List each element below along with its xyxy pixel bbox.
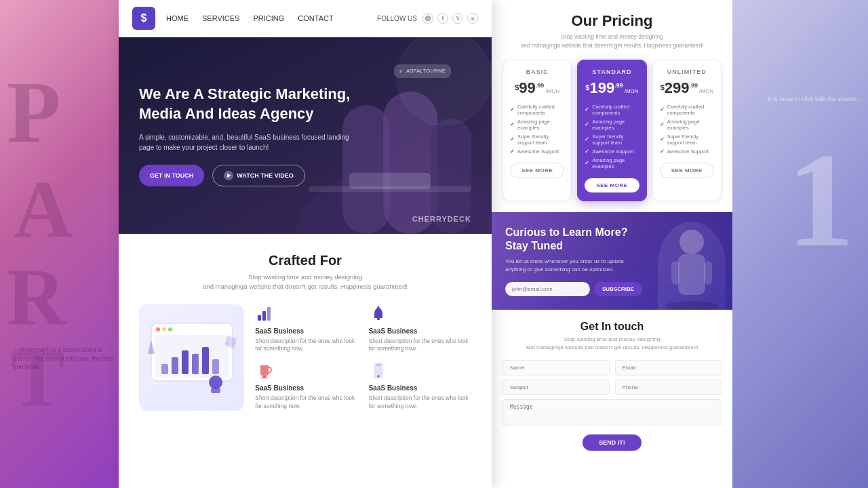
basic-feature-1: Carefully crafted components [510,102,564,117]
standard-price-amount: 199 [589,81,614,96]
crafted-section: Crafted For Stop wasting time and money … [119,234,492,424]
unlimited-features: Carefully crafted components Amazing pag… [660,102,714,156]
feature-item-2: SaaS Business Short description for the … [366,304,471,354]
banner-subtitle: You let us know whenever you order us to… [505,258,641,274]
letter-r: R [7,251,66,344]
feature-desc-1: Short description for the ones who look … [255,338,355,354]
svg-rect-23 [182,350,189,374]
hero-content: We Are A Strategic Marketing, Media And … [139,85,356,186]
svg-point-36 [665,301,719,310]
send-button[interactable]: SEND IT! [583,434,642,451]
feature-title-2: SaaS Business [369,327,469,335]
contact-section: Get In touch Stop wasting time and money… [492,310,732,488]
svg-rect-22 [172,357,178,374]
hero-overlay-badge1: 𝖘 [399,68,402,74]
contact-title: Get In touch [502,321,722,333]
feature-item-3: SaaS Business Short description for the … [252,361,357,411]
cherrydeck-logo: CHERRYDECK [412,215,471,223]
svg-rect-13 [267,307,271,321]
unlimited-plan-name: UNLIMITED [660,68,714,75]
contact-subject-input[interactable] [502,380,610,395]
standard-feature-5: Amazing page examples [585,156,639,171]
banner-form: SUBSCRIBE [505,282,641,296]
standard-feature-2: Amazing page examples [585,117,639,132]
hero-title: We Are A Strategic Marketing, Media And … [139,85,356,123]
nav-right-section: FOLLOW US f 𝕏 in [377,13,478,24]
feature-item-1: SaaS Business Short description for the … [252,304,357,354]
follow-us-label: FOLLOW US [377,15,417,22]
contact-subtitle: Stop wasting time and money designingand… [502,336,722,352]
main-container: $ HOME SERVICES PRICING CONTACT FOLLOW U… [119,0,732,488]
letter-p: P [7,61,60,163]
svg-rect-39 [671,261,679,285]
contact-name-input[interactable] [502,360,610,375]
feature-title-3: SaaS Business [255,384,355,392]
facebook-icon[interactable]: f [437,13,448,24]
feature-desc-3: Short description for the ones who look … [255,394,355,411]
basic-features: Carefully crafted components Amazing pag… [510,102,564,156]
banner-title: Curious to Learn More?Stay Tuned [505,226,641,254]
feature-desc-4: Short description for the ones who look … [369,394,469,411]
basic-price: $ 99 .99 /MON [510,81,564,96]
watch-video-button[interactable]: ▶ WATCH THE VIDEO [212,165,304,186]
hero-section: 𝖘 ASFALTGURNE CHERRYDECK We Are A Strate… [119,37,492,234]
svg-rect-14 [377,318,380,320]
contact-message-textarea[interactable] [502,399,722,426]
unlimited-feature-3: Super friendly support team [660,132,714,147]
unlimited-feature-2: Amazing page examples [660,117,714,132]
pricing-section: Our Pricing Stop wasting time and money … [492,0,732,212]
nav-links: HOME SERVICES PRICING CONTACT [166,14,377,22]
svg-point-37 [679,230,704,254]
feature-icon-phone [369,361,388,380]
play-icon: ▶ [224,171,233,180]
banner-content: Curious to Learn More?Stay Tuned You let… [505,226,641,297]
basic-see-more-button[interactable]: SEE MORE [510,163,564,178]
svg-point-34 [377,375,379,378]
svg-point-1 [427,17,429,19]
linkedin-icon[interactable]: in [467,13,478,24]
subscribe-button[interactable]: SUBSCRIBE [594,282,642,296]
feature-desc-2: Short description for the ones who look … [369,338,469,354]
svg-rect-38 [678,254,705,295]
standard-price: $ 199 .99 /MON [585,81,639,96]
standard-plan-name: STANDARD [585,68,639,75]
standard-see-more-button[interactable]: SEE MORE [585,178,639,192]
pricing-cards-container: BASIC $ 99 .99 /MON Carefully crafted co… [502,60,722,201]
nav-pricing[interactable]: PRICING [253,14,284,22]
social-icons-group: f 𝕏 in [422,13,478,24]
instagram-icon[interactable] [422,13,433,24]
basic-feature-2: Amazing page examples [510,117,564,132]
unlimited-see-more-button[interactable]: SEE MORE [660,163,714,178]
svg-rect-24 [192,354,199,374]
feature-item-4: SaaS Business Short description for the … [366,361,471,411]
feature-icon-chart [255,304,274,323]
hero-subtitle: A simple, customizable, and, beautiful S… [139,132,356,152]
svg-rect-40 [704,261,712,285]
contact-phone-input[interactable] [615,380,722,395]
right-decoration: It is more to click with the shutter... … [732,0,868,488]
crafted-title: Crafted For [139,253,471,268]
curious-banner: Curious to Learn More?Stay Tuned You let… [492,212,732,310]
crafted-subtitle: Stop wasting time and money designingand… [139,272,471,292]
features-grid: SaaS Business Short description for the … [139,304,471,411]
svg-point-10 [397,37,492,125]
banner-email-input[interactable] [505,282,590,296]
unlimited-price-amount: 299 [665,81,690,96]
basic-price-amount: 99 [519,81,535,96]
contact-subject-phone-row [502,380,722,395]
svg-point-27 [209,375,222,389]
get-in-touch-button[interactable]: GET IN TOUCH [139,165,204,186]
contact-email-input[interactable] [615,360,722,375]
website-preview-panel: $ HOME SERVICES PRICING CONTACT FOLLOW U… [119,0,492,488]
nav-services[interactable]: SERVICES [202,14,239,22]
nav-contact[interactable]: CONTACT [298,14,333,22]
navbar: $ HOME SERVICES PRICING CONTACT FOLLOW U… [119,0,492,37]
banner-person-decoration [658,222,726,310]
right-panel: Our Pricing Stop wasting time and money … [492,0,732,488]
standard-features: Carefully crafted components Amazing pag… [585,102,639,171]
letter-a: A [14,163,73,256]
nav-home[interactable]: HOME [166,14,189,22]
basic-feature-4: Awesome Support [510,147,564,156]
basic-feature-3: Super friendly support team [510,132,564,147]
twitter-icon[interactable]: 𝕏 [452,13,463,24]
